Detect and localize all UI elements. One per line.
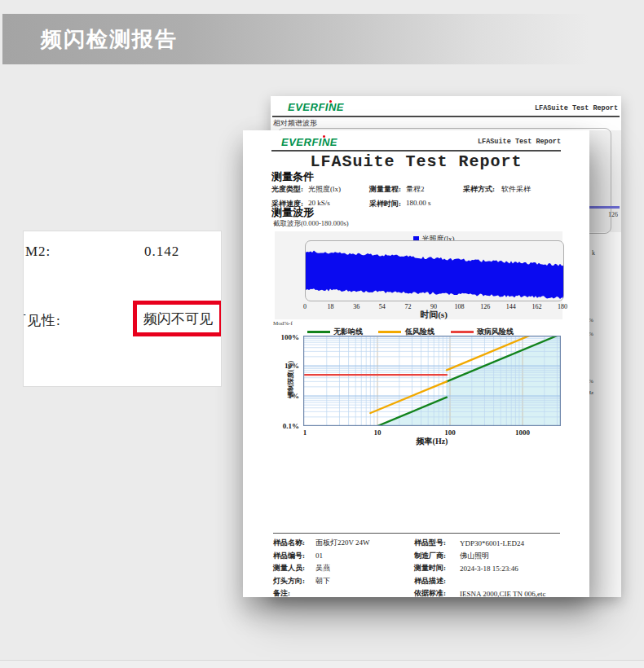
section-waveform: 测量波形 — [271, 205, 314, 220]
cond-label: 光度类型: — [271, 184, 303, 195]
mod-chart-svg — [303, 336, 561, 426]
everfine-logo-text: EVERFINE — [288, 101, 344, 113]
info-value: 01 — [315, 552, 414, 560]
metric-value: 0.142 — [144, 244, 179, 260]
waveform-plot-area — [305, 240, 564, 301]
legend-line-orange-icon — [378, 331, 401, 333]
back-tick-fragment: 126 — [595, 211, 618, 218]
mod-chart — [303, 336, 561, 426]
y-tick: 0.1% — [283, 422, 299, 430]
info-value: 面板灯220V 24W — [315, 538, 414, 548]
page-header-right: LFASuite Test Report — [478, 138, 561, 146]
back-fragment-k: k — [592, 249, 595, 257]
everfine-logo: EVERFINE — [288, 101, 344, 113]
legend-line-red-icon — [451, 331, 474, 333]
everfine-logo-dot-icon — [323, 135, 325, 138]
waveform-caption: 截取波形(0.000-180.000s) — [273, 219, 349, 229]
visibility-label: 可见性: — [23, 311, 61, 330]
header-rule — [272, 116, 620, 117]
bottom-strip — [0, 660, 644, 668]
screenshot-stage: 频闪检测报告 EVERFINE LFASuite Test Report 相对频… — [0, 0, 644, 668]
cond-label: 采样时间: — [369, 199, 401, 209]
info-label: 测量时间: — [414, 563, 460, 574]
cond-value: 软件采样 — [501, 184, 531, 195]
info-value: 2024-3-18 15:23:46 — [460, 565, 563, 573]
report-title: LFASuite Test Report — [243, 152, 589, 171]
mod-x-axis-label: 频率(Hz) — [303, 436, 561, 447]
waveform-x-axis-label: 时间(s) — [305, 309, 562, 321]
banner: 频闪检测报告 — [2, 14, 614, 64]
y-tick: 100% — [281, 333, 300, 341]
everfine-logo-dot-icon — [329, 100, 332, 103]
cond-label: 测量量程: — [369, 184, 401, 195]
report-page-front: EVERFINE LFASuite Test Report LFASuite T… — [243, 130, 589, 597]
info-label: 备注: — [273, 588, 315, 599]
mod-y-axis-label: 调制深度(%) — [286, 355, 295, 404]
cond-value: 180.00 s — [406, 199, 431, 207]
info-label: 样品编号: — [273, 551, 315, 561]
section-conditions: 测量条件 — [271, 169, 314, 184]
page-header-right: LFASuite Test Report — [535, 104, 618, 112]
info-label: 样品描述: — [414, 576, 460, 587]
cond-label: 采样方式: — [463, 184, 495, 195]
zoom-callout-box: M2: 0.142 可见性: 频闪不可见 — [23, 231, 222, 387]
info-value: 朝下 — [315, 576, 414, 587]
cond-value: 光照度(lx) — [308, 184, 341, 195]
info-value: 吴燕 — [315, 563, 414, 574]
legend-line-green-icon — [307, 331, 330, 333]
metric-label: M2: — [25, 244, 51, 260]
info-label: 灯头方向: — [273, 576, 315, 587]
highlight-red-box: 频闪不可见 — [133, 301, 222, 336]
info-label: 依据标准: — [414, 588, 460, 599]
info-label: 样品名称: — [273, 538, 315, 548]
cond-value: 量程2 — [406, 184, 425, 195]
mod-chart-name: Mod%-f — [273, 320, 293, 327]
info-value: IESNA 2000,CIE TN 006,etc — [460, 590, 563, 598]
everfine-logo-text: EVERFINE — [281, 136, 337, 148]
visibility-value: 频闪不可见 — [143, 310, 213, 328]
banner-title: 频闪检测报告 — [41, 25, 178, 54]
everfine-logo: EVERFINE — [281, 136, 337, 148]
info-label: 测量人员: — [273, 563, 315, 574]
info-value: YDP30*6001-LED24 — [460, 539, 563, 547]
waveform-chart: 光照度(lx) 1,113.25 1,108.65 1,104.05 1,099… — [275, 231, 562, 319]
waveform-svg — [306, 241, 563, 301]
sample-info-table: 样品名称: 面板灯220V 24W 样品型号: YDP30*6001-LED24… — [273, 537, 563, 600]
info-table-rule — [273, 533, 560, 534]
info-label: 样品型号: — [414, 538, 460, 548]
info-value: 佛山照明 — [460, 551, 563, 561]
header-rule — [271, 150, 561, 152]
info-label: 制造厂商: — [414, 551, 460, 561]
